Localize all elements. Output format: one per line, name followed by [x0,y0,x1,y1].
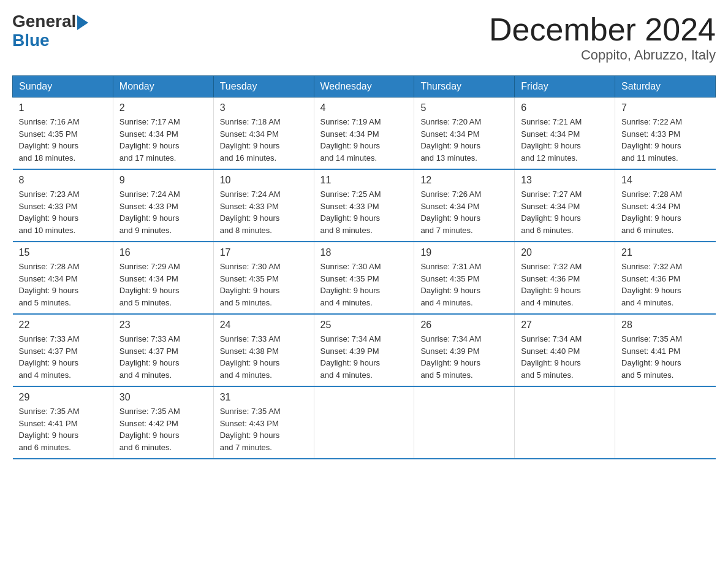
calendar-cell: 23 Sunrise: 7:33 AM Sunset: 4:37 PM Dayl… [113,314,213,386]
calendar-title: December 2024 [489,12,716,47]
calendar-cell: 6 Sunrise: 7:21 AM Sunset: 4:34 PM Dayli… [515,98,615,170]
day-number: 5 [420,102,508,113]
calendar-cell [615,386,716,459]
calendar-cell: 16 Sunrise: 7:29 AM Sunset: 4:34 PM Dayl… [113,242,213,314]
daylight-minutes: and 5 minutes. [621,370,673,380]
day-number: 14 [621,175,709,186]
sunset-label: Sunset: 4:35 PM [19,129,78,139]
weekday-header-thursday: Thursday [414,76,515,98]
calendar-cell [515,386,615,459]
daylight-minutes: and 5 minutes. [220,298,272,307]
daylight-label: Daylight: 9 hours [19,141,79,150]
sunrise-label: Sunrise: 7:21 AM [521,117,582,126]
day-info: Sunrise: 7:34 AM Sunset: 4:39 PM Dayligh… [420,333,508,381]
calendar-cell [314,386,414,459]
day-number: 9 [119,175,207,186]
sunset-label: Sunset: 4:34 PM [119,274,178,283]
calendar-cell: 8 Sunrise: 7:23 AM Sunset: 4:33 PM Dayli… [13,169,113,242]
calendar-cell: 4 Sunrise: 7:19 AM Sunset: 4:34 PM Dayli… [314,98,414,170]
daylight-minutes: and 7 minutes. [420,226,472,235]
day-number: 15 [19,247,107,258]
day-info: Sunrise: 7:17 AM Sunset: 4:34 PM Dayligh… [119,116,207,164]
sunset-label: Sunset: 4:39 PM [420,347,479,356]
sunrise-label: Sunrise: 7:33 AM [220,334,281,343]
sunrise-label: Sunrise: 7:34 AM [521,334,582,343]
daylight-minutes: and 4 minutes. [320,370,373,380]
calendar-cell: 5 Sunrise: 7:20 AM Sunset: 4:34 PM Dayli… [414,98,515,170]
day-number: 22 [19,320,107,331]
day-info: Sunrise: 7:30 AM Sunset: 4:35 PM Dayligh… [220,261,308,308]
daylight-minutes: and 5 minutes. [119,298,172,307]
daylight-label: Daylight: 9 hours [220,213,280,223]
daylight-minutes: and 6 minutes. [19,443,71,452]
calendar-cell: 14 Sunrise: 7:28 AM Sunset: 4:34 PM Dayl… [615,169,716,242]
day-info: Sunrise: 7:23 AM Sunset: 4:33 PM Dayligh… [19,188,107,236]
sunset-label: Sunset: 4:43 PM [220,419,279,428]
daylight-minutes: and 11 minutes. [621,153,678,163]
daylight-label: Daylight: 9 hours [420,213,480,223]
day-number: 8 [19,175,107,186]
sunrise-label: Sunrise: 7:35 AM [19,407,80,416]
weekday-header-row: SundayMondayTuesdayWednesdayThursdayFrid… [13,76,716,98]
day-info: Sunrise: 7:34 AM Sunset: 4:39 PM Dayligh… [320,333,408,381]
daylight-label: Daylight: 9 hours [320,286,381,295]
day-info: Sunrise: 7:28 AM Sunset: 4:34 PM Dayligh… [621,188,709,236]
daylight-minutes: and 5 minutes. [521,370,573,380]
calendar-cell [414,386,515,459]
day-info: Sunrise: 7:18 AM Sunset: 4:34 PM Dayligh… [220,116,308,164]
sunset-label: Sunset: 4:33 PM [119,202,178,211]
sunrise-label: Sunrise: 7:30 AM [220,262,281,271]
calendar-cell: 1 Sunrise: 7:16 AM Sunset: 4:35 PM Dayli… [13,98,113,170]
logo-blue: Blue [12,31,50,50]
day-number: 31 [220,392,308,403]
sunrise-label: Sunrise: 7:33 AM [119,334,180,343]
day-info: Sunrise: 7:35 AM Sunset: 4:41 PM Dayligh… [19,405,107,453]
day-number: 16 [119,247,207,258]
sunrise-label: Sunrise: 7:28 AM [621,190,682,199]
calendar-cell: 18 Sunrise: 7:30 AM Sunset: 4:35 PM Dayl… [314,242,414,314]
daylight-minutes: and 5 minutes. [420,370,472,380]
day-number: 19 [420,247,508,258]
calendar-cell: 26 Sunrise: 7:34 AM Sunset: 4:39 PM Dayl… [414,314,515,386]
day-number: 2 [119,102,207,113]
sunrise-label: Sunrise: 7:24 AM [119,190,180,199]
sunrise-label: Sunrise: 7:25 AM [320,190,381,199]
daylight-minutes: and 18 minutes. [19,153,76,163]
calendar-week-row: 29 Sunrise: 7:35 AM Sunset: 4:41 PM Dayl… [13,386,716,459]
sunset-label: Sunset: 4:34 PM [119,129,178,139]
day-number: 30 [119,392,207,403]
day-number: 12 [420,175,508,186]
daylight-label: Daylight: 9 hours [119,358,180,367]
daylight-minutes: and 8 minutes. [320,226,373,235]
weekday-header-tuesday: Tuesday [213,76,314,98]
sunset-label: Sunset: 4:36 PM [621,274,680,283]
logo: General Blue [12,12,88,50]
day-number: 24 [220,320,308,331]
sunrise-label: Sunrise: 7:31 AM [420,262,481,271]
sunrise-label: Sunrise: 7:26 AM [420,190,481,199]
day-info: Sunrise: 7:35 AM Sunset: 4:41 PM Dayligh… [621,333,709,381]
sunset-label: Sunset: 4:38 PM [220,347,279,356]
daylight-label: Daylight: 9 hours [220,286,280,295]
day-info: Sunrise: 7:35 AM Sunset: 4:43 PM Dayligh… [220,405,308,453]
sunrise-label: Sunrise: 7:28 AM [19,262,80,271]
daylight-label: Daylight: 9 hours [521,358,581,367]
calendar-cell: 10 Sunrise: 7:24 AM Sunset: 4:33 PM Dayl… [213,169,314,242]
sunrise-label: Sunrise: 7:35 AM [220,407,281,416]
daylight-minutes: and 9 minutes. [119,226,172,235]
daylight-label: Daylight: 9 hours [220,358,280,367]
sunset-label: Sunset: 4:37 PM [119,347,178,356]
calendar-cell: 29 Sunrise: 7:35 AM Sunset: 4:41 PM Dayl… [13,386,113,459]
sunset-label: Sunset: 4:33 PM [220,202,279,211]
daylight-label: Daylight: 9 hours [19,286,79,295]
day-info: Sunrise: 7:21 AM Sunset: 4:34 PM Dayligh… [521,116,609,164]
sunset-label: Sunset: 4:41 PM [621,347,680,356]
daylight-minutes: and 7 minutes. [220,443,272,452]
daylight-label: Daylight: 9 hours [621,358,681,367]
day-info: Sunrise: 7:30 AM Sunset: 4:35 PM Dayligh… [320,261,408,308]
sunset-label: Sunset: 4:41 PM [19,419,78,428]
logo-general: General [12,12,76,31]
sunset-label: Sunset: 4:36 PM [521,274,580,283]
weekday-header-monday: Monday [113,76,213,98]
sunrise-label: Sunrise: 7:30 AM [320,262,381,271]
